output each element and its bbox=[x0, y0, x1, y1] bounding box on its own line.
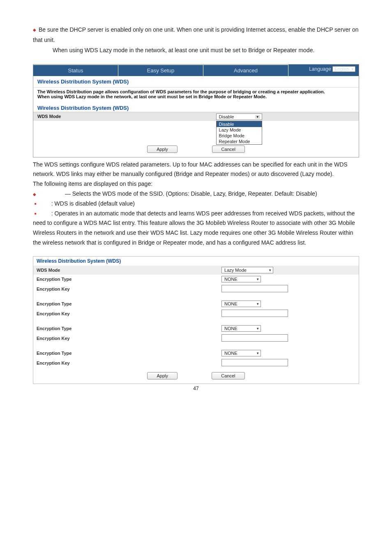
cancel-button[interactable]: Cancel bbox=[212, 372, 244, 379]
square-bullet-icon: ■ bbox=[35, 212, 37, 215]
intro-text: Be sure the DHCP server is enabled only … bbox=[33, 26, 358, 43]
tab-status[interactable]: Status bbox=[33, 65, 118, 76]
wds-mode-option-repeater[interactable]: Repeater Mode bbox=[217, 139, 262, 144]
encryption-key-input[interactable] bbox=[221, 359, 288, 366]
intro-text-2: When using WDS Lazy mode in the network,… bbox=[33, 45, 359, 56]
encryption-key-label: Encryption Key bbox=[37, 311, 221, 316]
square-bullet-icon: ■ bbox=[35, 202, 37, 206]
wds-mode-select[interactable]: Lazy Mode bbox=[221, 267, 273, 273]
list-item-3: : Operates in an automatic mode that det… bbox=[33, 210, 355, 246]
router-panel-2: Wireless Distribution System (WDS) WDS M… bbox=[33, 256, 359, 384]
cancel-button[interactable]: Cancel bbox=[212, 146, 245, 153]
encryption-type-label: Encryption Type bbox=[37, 301, 221, 306]
encryption-type-label: Encryption Type bbox=[37, 277, 221, 282]
language-select[interactable]: English bbox=[332, 66, 355, 72]
encryption-type-select[interactable]: NONE bbox=[221, 301, 261, 307]
section-title-2: Wireless Distribution System (WDS) bbox=[33, 103, 359, 112]
encryption-key-label: Encryption Key bbox=[37, 361, 221, 365]
wds-mode-dropdown-list: Disable Lazy Mode Bridge Mode Repeater M… bbox=[216, 121, 262, 145]
encryption-key-input[interactable] bbox=[221, 334, 288, 342]
wds-mode-option-disable[interactable]: Disable bbox=[217, 121, 262, 127]
wds-mode-label: WDS Mode bbox=[37, 268, 221, 273]
list-item-1: — Selects the WDS mode of the SSID. (Opt… bbox=[63, 190, 317, 197]
page-number: 47 bbox=[33, 386, 359, 391]
encryption-type-select[interactable]: NONE bbox=[221, 350, 261, 356]
encryption-key-label: Encryption Key bbox=[37, 287, 221, 291]
section-title: Wireless Distribution System (WDS) bbox=[33, 76, 359, 88]
bullet-icon: ◆ bbox=[33, 192, 36, 197]
wds-panel-title: Wireless Distribution System (WDS) bbox=[33, 257, 359, 266]
encryption-type-select[interactable]: NONE bbox=[221, 325, 261, 332]
wds-mode-label: WDS Mode bbox=[33, 112, 216, 121]
tab-easy-setup[interactable]: Easy Setup bbox=[118, 65, 203, 76]
wds-mode-select[interactable]: Disable Disable Lazy Mode Bridge Mode Re… bbox=[216, 113, 262, 120]
encryption-key-input[interactable] bbox=[221, 285, 288, 292]
mid-paragraph-1: The WDS settings configure WDS related p… bbox=[33, 160, 359, 180]
apply-button[interactable]: Apply bbox=[147, 146, 178, 153]
encryption-key-input[interactable] bbox=[221, 310, 288, 317]
language-cell: Language English bbox=[288, 65, 359, 76]
bullet-icon: ◆ bbox=[33, 28, 36, 32]
tab-advanced[interactable]: Advanced bbox=[203, 65, 288, 76]
wds-mode-option-bridge[interactable]: Bridge Mode bbox=[217, 133, 262, 139]
list-item-2: : WDS is disabled (default value) bbox=[51, 200, 135, 207]
encryption-key-label: Encryption Key bbox=[37, 336, 221, 341]
help-text: The Wireless Distribution page allows co… bbox=[33, 88, 359, 103]
apply-button[interactable]: Apply bbox=[147, 372, 178, 379]
language-label: Language bbox=[309, 66, 331, 72]
wds-mode-option-lazy[interactable]: Lazy Mode bbox=[217, 127, 262, 133]
mid-paragraph-2: The following items are displayed on thi… bbox=[33, 179, 359, 189]
encryption-type-select[interactable]: NONE bbox=[221, 276, 261, 282]
encryption-type-label: Encryption Type bbox=[37, 351, 221, 356]
encryption-type-label: Encryption Type bbox=[37, 326, 221, 331]
router-panel-1: Status Easy Setup Advanced Language Engl… bbox=[33, 64, 359, 157]
